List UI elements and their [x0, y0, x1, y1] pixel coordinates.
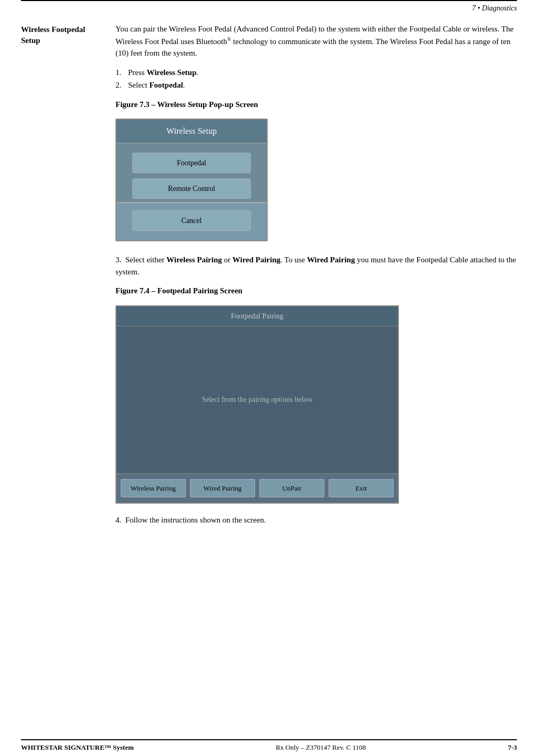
unpair-button[interactable]: UnPair	[259, 479, 324, 498]
top-rule	[21, 0, 517, 4]
popup-footer: Cancel	[117, 203, 267, 240]
wired-pairing-bold2: Wired Pairing	[307, 255, 355, 264]
section-title: Wireless Footpedal Setup	[21, 24, 105, 46]
footer-doc-info: Rx Only – Z370147 Rev. C 1108	[276, 743, 366, 752]
step-1: 1. Press Wireless Setup.	[115, 67, 517, 79]
step-4: 4. Follow the instructions shown on the …	[115, 514, 517, 526]
footpedal-button[interactable]: Footpedal	[132, 153, 251, 173]
step-2: 2. Select Footpedal.	[115, 79, 517, 91]
footer-product-name: WHITESTAR SIGNATURE™ System	[21, 743, 134, 752]
wired-pairing-bold: Wired Pairing	[233, 255, 281, 264]
popup-body: Footpedal Remote Control	[117, 143, 267, 199]
remote-control-button[interactable]: Remote Control	[132, 178, 251, 199]
step1-bold: Wireless Setup	[146, 68, 196, 77]
steps-1-2: 1. Press Wireless Setup. 2. Select Footp…	[115, 67, 517, 91]
pairing-title: Footpedal Pairing	[117, 306, 398, 326]
chapter-header: 7 • Diagnostics	[21, 4, 517, 13]
cancel-button[interactable]: Cancel	[132, 210, 251, 231]
pairing-footer: Wireless Pairing Wired Pairing UnPair Ex…	[117, 473, 398, 503]
page-footer: WHITESTAR SIGNATURE™ System Rx Only – Z3…	[21, 739, 517, 756]
intro-paragraph: You can pair the Wireless Foot Pedal (Ad…	[115, 23, 517, 59]
page-content: Wireless Footpedal Setup You can pair th…	[21, 23, 517, 537]
pairing-body: Select from the pairing options below	[117, 326, 398, 473]
footer-page-number: 7-3	[508, 743, 517, 752]
popup-container: Wireless Setup Footpedal Remote Control …	[115, 119, 517, 241]
wireless-pairing-bold: Wireless Pairing	[166, 255, 222, 264]
step-3: 3. Select either Wireless Pairing or Wir…	[115, 254, 517, 278]
pairing-body-text: Select from the pairing options below	[202, 394, 312, 405]
exit-button[interactable]: Exit	[329, 479, 394, 498]
chapter-text: 7 • Diagnostics	[472, 4, 517, 12]
figure2-caption: Figure 7.4 – Footpedal Pairing Screen	[115, 285, 517, 297]
step2-bold: Footpedal	[149, 81, 183, 89]
popup-title: Wireless Setup	[117, 120, 267, 143]
pairing-container: Footpedal Pairing Select from the pairin…	[115, 305, 517, 504]
footpedal-pairing-screen: Footpedal Pairing Select from the pairin…	[115, 305, 399, 504]
left-column: Wireless Footpedal Setup	[21, 23, 115, 537]
title-line2: Setup	[21, 36, 40, 45]
wireless-pairing-button[interactable]: Wireless Pairing	[121, 479, 186, 498]
wired-pairing-button[interactable]: Wired Pairing	[190, 479, 255, 498]
figure1-caption: Figure 7.3 – Wireless Setup Pop-up Scree…	[115, 99, 517, 111]
step4-text: Follow the instructions shown on the scr…	[125, 516, 266, 524]
wireless-setup-popup: Wireless Setup Footpedal Remote Control …	[115, 119, 268, 241]
right-column: You can pair the Wireless Foot Pedal (Ad…	[115, 23, 517, 537]
title-line1: Wireless Footpedal	[21, 25, 85, 34]
